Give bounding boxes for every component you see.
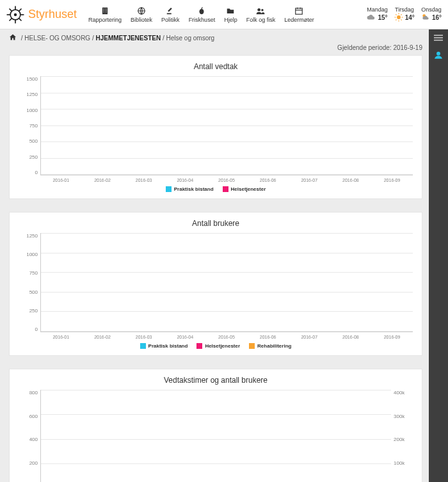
- weather-day: Tirsdag14°: [394, 6, 415, 23]
- svg-point-21: [262, 9, 264, 12]
- chart-title: Antall vedtak: [19, 62, 413, 71]
- svg-rect-38: [434, 40, 443, 41]
- brand-name: Styrhuset: [28, 8, 77, 21]
- right-rail: [429, 29, 448, 482]
- svg-rect-19: [168, 7, 172, 12]
- chart-panel-vedtakstimer: Vedtakstimer og antall brukere8006004002…: [9, 369, 422, 482]
- svg-rect-10: [102, 7, 108, 14]
- legend-item[interactable]: Praktisk bistand: [140, 343, 188, 349]
- legend-swatch: [223, 186, 228, 192]
- svg-line-32: [401, 19, 401, 20]
- svg-line-7: [19, 18, 22, 20]
- legend-item[interactable]: Helsetjenester: [196, 343, 240, 349]
- nav-label: Politikk: [161, 17, 180, 23]
- svg-rect-12: [106, 8, 106, 9]
- chart-panel-brukere: Antall brukere1250100075050025002016-012…: [9, 212, 422, 356]
- y-axis: 125010007505002500: [19, 233, 40, 332]
- nav-rapportering[interactable]: Rapportering: [88, 6, 122, 23]
- chart-title: Antall brukere: [19, 219, 413, 228]
- weather-day: Onsdag16°: [421, 6, 442, 23]
- users-icon: [256, 6, 265, 17]
- crumb-seg1[interactable]: HELSE- OG OMSORG: [24, 35, 90, 42]
- plot-area: [40, 233, 413, 332]
- chart-title: Vedtakstimer og antall brukere: [19, 376, 413, 385]
- nav-label: Friskhuset: [189, 17, 216, 23]
- nav-label: Hjelp: [224, 17, 237, 23]
- svg-point-1: [14, 13, 17, 15]
- svg-rect-15: [104, 12, 104, 12]
- svg-point-20: [258, 8, 261, 11]
- legend-item[interactable]: Praktisk bistand: [166, 186, 214, 192]
- svg-rect-16: [106, 12, 106, 12]
- chart-legend: Praktisk bistandHelsetjenester: [19, 186, 413, 192]
- globe-icon: [137, 6, 146, 17]
- svg-rect-18: [167, 13, 172, 14]
- breadcrumb: / HELSE- OG OMSORG / HJEMMETJENESTEN / H…: [0, 29, 448, 44]
- cloud-icon: [367, 13, 376, 23]
- current-period: Gjeldende periode: 2016-9-19: [0, 44, 448, 55]
- x-axis: 2016-012016-022016-032016-042016-052016-…: [40, 178, 413, 182]
- weather-day: Mandag15°: [367, 6, 388, 23]
- building-icon: [100, 6, 109, 17]
- svg-line-31: [396, 14, 396, 15]
- legend-swatch: [196, 343, 202, 349]
- svg-line-8: [19, 8, 22, 11]
- svg-rect-11: [104, 8, 104, 9]
- nav-friskhuset[interactable]: Friskhuset: [189, 6, 216, 23]
- nav-politikk[interactable]: Politikk: [161, 6, 180, 23]
- x-axis: 2016-012016-022016-032016-042016-052016-…: [40, 335, 413, 339]
- nav-ledermøter[interactable]: Ledermøter: [284, 6, 314, 23]
- svg-rect-13: [104, 10, 104, 10]
- svg-line-9: [9, 18, 12, 20]
- home-icon[interactable]: [9, 33, 17, 43]
- gavel-icon: [166, 6, 175, 17]
- crumb-seg2[interactable]: HJEMMETJENESTEN: [95, 35, 161, 42]
- nav-folk og fisk[interactable]: Folk og fisk: [246, 6, 276, 23]
- y-axis-right: 400k300k200k100k0k: [391, 390, 413, 482]
- svg-point-26: [397, 15, 401, 19]
- legend-swatch: [249, 343, 255, 349]
- svg-line-33: [401, 14, 401, 15]
- legend-item[interactable]: Helsetjenester: [223, 186, 266, 192]
- legend-swatch: [140, 343, 146, 349]
- nav-bibliotek[interactable]: Bibliotek: [131, 6, 152, 23]
- user-icon[interactable]: [434, 51, 443, 61]
- sun-icon: [394, 13, 403, 23]
- nav-label: Bibliotek: [131, 17, 152, 23]
- calendar-icon: [294, 6, 303, 17]
- plot-area: [40, 390, 391, 482]
- svg-line-34: [396, 19, 396, 20]
- legend-item[interactable]: Rehabilitering: [249, 343, 291, 349]
- apple-icon: [197, 6, 206, 17]
- svg-line-6: [9, 8, 12, 11]
- plot-area: [40, 76, 413, 175]
- top-nav: Styrhuset RapporteringBibliotekPolitikkF…: [0, 0, 448, 29]
- y-axis: 1500125010007505002500: [19, 76, 40, 175]
- nav-label: Folk og fisk: [246, 17, 276, 23]
- chart-panel-vedtak: Antall vedtak15001250100075050025002016-…: [9, 55, 422, 199]
- legend-swatch: [166, 186, 172, 192]
- logo[interactable]: Styrhuset: [6, 6, 77, 24]
- svg-rect-14: [106, 10, 106, 10]
- svg-rect-36: [434, 35, 443, 36]
- nav-hjelp[interactable]: Hjelp: [224, 6, 237, 23]
- crumb-seg3[interactable]: Helse og omsorg: [166, 35, 215, 42]
- menu-icon[interactable]: [434, 33, 443, 44]
- suncloud-icon: [421, 13, 430, 23]
- y-axis: 8006004002000: [19, 390, 40, 482]
- nav-label: Rapportering: [88, 17, 122, 23]
- svg-rect-37: [434, 37, 443, 38]
- svg-point-39: [436, 52, 440, 56]
- folder-icon: [226, 6, 235, 17]
- weather-widget: Mandag15°Tirsdag14°Onsdag16°: [367, 6, 442, 23]
- ship-wheel-icon: [6, 6, 24, 24]
- nav-label: Ledermøter: [284, 17, 314, 23]
- chart-legend: Praktisk bistandHelsetjenesterRehabilite…: [19, 343, 413, 349]
- svg-rect-22: [296, 8, 303, 13]
